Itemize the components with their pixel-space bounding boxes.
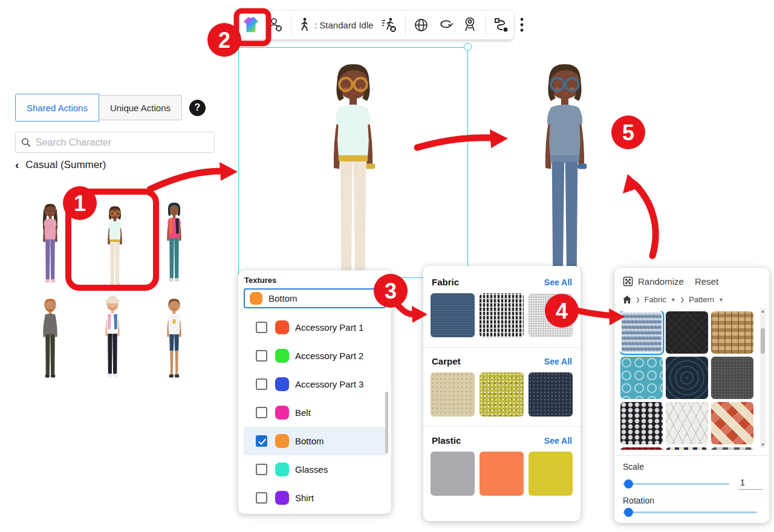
tab-unique-actions[interactable]: Unique Actions bbox=[99, 95, 182, 120]
pattern-teal-lattice[interactable] bbox=[620, 357, 663, 399]
character-thumb-1[interactable] bbox=[33, 199, 68, 284]
run-motion-button[interactable] bbox=[377, 13, 402, 37]
pattern-scale-mesh[interactable] bbox=[620, 402, 663, 444]
swatch-gray-mesh[interactable] bbox=[528, 293, 573, 337]
breadcrumb-pattern[interactable]: Pattern bbox=[689, 295, 714, 304]
scrollbar-thumb[interactable] bbox=[761, 328, 765, 354]
pattern-red-argyle[interactable] bbox=[711, 402, 753, 444]
category-label: Casual (Summer) bbox=[25, 159, 106, 171]
back-chevron-icon[interactable]: ‹ bbox=[15, 158, 19, 172]
checkbox[interactable] bbox=[256, 322, 267, 333]
checkbox[interactable] bbox=[256, 350, 267, 362]
step1-arrow bbox=[150, 171, 221, 189]
motion-path-button[interactable] bbox=[490, 13, 514, 37]
textures-panel: Textures Bottom Accessory Part 1 Accesso… bbox=[238, 270, 391, 514]
checkbox[interactable] bbox=[256, 464, 267, 475]
breadcrumb-separator: ❯ bbox=[680, 297, 685, 303]
list-item-bottom[interactable]: Bottom bbox=[244, 427, 386, 455]
step5-arrow bbox=[635, 184, 655, 256]
list-item-accessory-part-2[interactable]: Accessory Part 2 bbox=[244, 342, 386, 370]
canvas-character-before[interactable] bbox=[307, 50, 399, 287]
swatch-plastic-yellow[interactable] bbox=[528, 452, 573, 496]
character-thumb-6[interactable] bbox=[157, 294, 192, 379]
list-item-shirt[interactable]: Shirt bbox=[244, 484, 386, 512]
pattern-black-quilt[interactable] bbox=[666, 311, 708, 354]
breadcrumb-fabric[interactable]: Fabric bbox=[645, 295, 666, 304]
pattern-blue-knit-selected[interactable] bbox=[620, 311, 663, 354]
toolbar-divider bbox=[405, 15, 406, 35]
path-icon bbox=[493, 17, 510, 33]
pattern-red-plaid[interactable] bbox=[620, 447, 663, 450]
pattern-aztec-triangle[interactable] bbox=[666, 447, 708, 450]
swatch-plastic-orange[interactable] bbox=[480, 452, 524, 496]
swatch-beige-speckle[interactable] bbox=[431, 372, 475, 417]
character-thumb-5[interactable] bbox=[95, 294, 130, 378]
texture-shirt-button[interactable] bbox=[239, 13, 263, 37]
selected-part-label: Bottom bbox=[268, 293, 298, 303]
reset-button[interactable]: Reset bbox=[695, 276, 718, 287]
scale-slider-track[interactable] bbox=[623, 483, 729, 485]
see-all-carpet-link[interactable]: See All bbox=[544, 357, 572, 366]
home-icon[interactable] bbox=[623, 296, 631, 303]
swatch-navy-speckle[interactable] bbox=[528, 372, 573, 417]
checkbox[interactable] bbox=[256, 407, 267, 418]
walk-action-button[interactable] bbox=[295, 13, 313, 37]
see-all-plastic-link[interactable]: See All bbox=[544, 436, 572, 446]
zoom-character-button[interactable] bbox=[458, 13, 482, 37]
list-item-accessory-part-3[interactable]: Accessory Part 3 bbox=[244, 370, 386, 398]
pattern-scrollbar[interactable]: ▲ ▼ bbox=[760, 308, 766, 448]
pattern-tan-leaf[interactable] bbox=[711, 311, 753, 354]
scroll-up-arrow[interactable]: ▲ bbox=[761, 309, 765, 313]
list-item-glasses[interactable]: Glasses bbox=[244, 455, 386, 484]
color-chip bbox=[275, 434, 289, 448]
more-options-button[interactable] bbox=[514, 13, 530, 37]
scrollbar-thumb[interactable] bbox=[385, 392, 388, 453]
list-item-belt[interactable]: Belt bbox=[244, 398, 386, 427]
checkbox[interactable] bbox=[256, 435, 267, 447]
swatch-plastic-gray[interactable] bbox=[431, 452, 475, 496]
orbit-globe-button[interactable] bbox=[409, 13, 434, 37]
pattern-navy-rose[interactable] bbox=[666, 357, 708, 399]
character-thumb-2-selected[interactable] bbox=[97, 202, 132, 287]
pattern-white-diamond[interactable] bbox=[666, 402, 708, 444]
help-button[interactable]: ? bbox=[189, 100, 206, 116]
texture-part-dropdown[interactable]: Bottom bbox=[244, 288, 386, 308]
step3-arrow bbox=[395, 302, 414, 314]
current-action-label[interactable]: : Standard Idle bbox=[314, 20, 374, 30]
rotate-button[interactable] bbox=[434, 13, 458, 37]
dice-icon bbox=[623, 276, 633, 287]
search-character-input[interactable] bbox=[36, 137, 209, 148]
list-item-accessory-part-1[interactable]: Accessory Part 1 bbox=[244, 313, 386, 342]
see-all-fabric-link[interactable]: See All bbox=[544, 277, 572, 287]
swatch-black-white-weave[interactable] bbox=[480, 293, 524, 337]
selection-handle[interactable] bbox=[464, 43, 472, 51]
scroll-down-arrow[interactable]: ▼ bbox=[761, 443, 765, 447]
scale-slider-thumb[interactable] bbox=[624, 479, 633, 488]
pattern-gray-scallop[interactable] bbox=[711, 447, 753, 450]
checkbox[interactable] bbox=[256, 492, 267, 504]
chevron-down-icon[interactable]: ▼ bbox=[718, 297, 724, 303]
tab-shared-actions[interactable]: Shared Actions bbox=[15, 94, 99, 122]
rotation-slider-track[interactable] bbox=[623, 511, 757, 513]
step-badge-1 bbox=[63, 186, 97, 220]
character-swap-button[interactable] bbox=[263, 13, 287, 37]
character-magnifier-icon bbox=[462, 16, 478, 33]
tab-label: Shared Actions bbox=[27, 103, 88, 113]
checkbox[interactable] bbox=[256, 378, 267, 390]
category-row[interactable]: ‹ Casual (Summer) bbox=[15, 158, 106, 172]
character-thumb-4[interactable] bbox=[33, 294, 68, 379]
step-number: 1 bbox=[74, 191, 86, 216]
section-divider bbox=[423, 426, 580, 427]
kebab-menu-icon bbox=[520, 18, 524, 32]
rotation-slider-thumb[interactable] bbox=[624, 508, 633, 517]
panel-divider bbox=[614, 455, 769, 456]
pattern-dark-concrete[interactable] bbox=[711, 357, 753, 399]
character-thumb-3[interactable] bbox=[157, 198, 192, 283]
swatch-chartreuse-glitter[interactable] bbox=[480, 372, 524, 417]
swatch-denim-blue[interactable] bbox=[431, 293, 475, 337]
chevron-down-icon[interactable]: ▼ bbox=[671, 297, 676, 303]
scale-value-input[interactable]: 1 bbox=[738, 478, 763, 490]
arrowhead bbox=[623, 174, 642, 193]
character-swap-icon bbox=[267, 16, 284, 33]
randomize-button[interactable]: Randomize bbox=[638, 276, 684, 287]
